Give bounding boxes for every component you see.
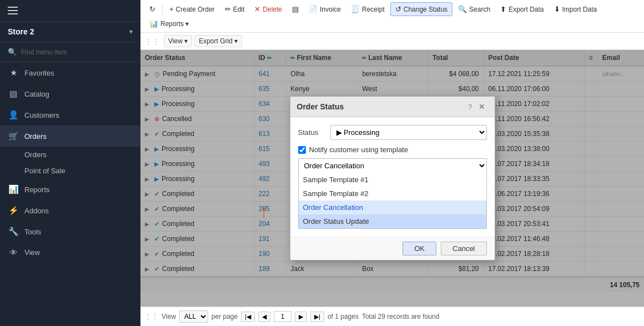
import-data-label: Import Data: [562, 6, 597, 13]
toolbar-row1: ↻ + Create Order ✏ Edit ✕ Delete ▤ 📄 Inv…: [140, 0, 644, 33]
search-label: Search: [469, 6, 490, 13]
sidebar-item-label-catalog: Catalog: [24, 90, 49, 98]
store-selector[interactable]: Store 2 ▾: [0, 22, 140, 42]
favorites-icon: ★: [8, 68, 19, 78]
first-page-button[interactable]: |◀: [241, 312, 255, 322]
hamburger-menu[interactable]: [8, 7, 18, 14]
create-order-button[interactable]: + Create Order: [165, 3, 219, 16]
modal-footer: OK Cancel: [290, 237, 495, 260]
sidebar: Store 2 ▾ 🔍 ★ Favorites ▤ Catalog 👤 Cust…: [0, 0, 140, 326]
refresh-button[interactable]: ↻: [145, 3, 160, 16]
import-data-button[interactable]: ⬇ Import Data: [550, 3, 602, 16]
order-status-modal: ↑ Order Status ? ✕ Status ▶ Processing: [290, 96, 495, 260]
per-page-select[interactable]: ALL: [179, 310, 208, 323]
sidebar-item-favorites[interactable]: ★ Favorites: [0, 62, 140, 83]
view-icon: 👁: [8, 248, 19, 257]
receipt-label: Receipt: [362, 6, 385, 13]
ok-button[interactable]: OK: [402, 242, 436, 255]
modal-title: Order Status: [297, 102, 344, 111]
delete-button[interactable]: ✕ Delete: [250, 3, 286, 16]
receipt-button[interactable]: 🧾 Receipt: [346, 3, 389, 16]
of-pages-text: of 1 pages: [328, 313, 359, 320]
status-form-label: Status: [298, 128, 326, 137]
sidebar-item-addons[interactable]: ⚡ Addons: [0, 200, 140, 221]
cancel-button[interactable]: Cancel: [441, 242, 486, 255]
invoice-label: Invoice: [320, 6, 341, 13]
sidebar-item-catalog[interactable]: ▤ Catalog: [0, 83, 140, 104]
reports-button[interactable]: 📊 Reports ▾: [145, 17, 193, 30]
reports-icon: 📊: [8, 184, 19, 194]
create-order-icon: +: [169, 5, 174, 13]
reports-label: Reports ▾: [160, 20, 189, 28]
menu-search-input[interactable]: [21, 48, 110, 56]
sidebar-item-label-view: View: [24, 248, 40, 257]
sidebar-subitem-orders-label: Orders: [24, 151, 47, 159]
edit-label: Edit: [233, 6, 245, 13]
notify-checkbox[interactable]: [298, 146, 306, 154]
invoice-icon: 📄: [309, 5, 318, 13]
template-item-4[interactable]: Order Status Update: [299, 214, 486, 228]
modal-header-buttons: ? ✕: [468, 101, 487, 112]
change-status-label: Change Status: [404, 6, 447, 13]
print-button[interactable]: ▤: [288, 3, 303, 16]
red-arrow-icon: ↑: [260, 201, 269, 221]
edit-button[interactable]: ✏ Edit: [220, 3, 249, 16]
search-icon: 🔍: [8, 48, 17, 56]
sidebar-item-customers[interactable]: 👤 Customers: [0, 104, 140, 126]
create-order-label: Create Order: [176, 6, 215, 13]
export-grid-button[interactable]: Export Grid ▾: [194, 35, 242, 47]
sidebar-item-label-tools: Tools: [24, 228, 41, 236]
store-chevron-icon: ▾: [129, 28, 133, 36]
search-icon: 🔍: [458, 5, 467, 13]
sidebar-item-tools[interactable]: 🔧 Tools: [0, 221, 140, 242]
sidebar-subitem-orders[interactable]: Orders: [24, 147, 140, 163]
sidebar-item-reports[interactable]: 📊 Reports: [0, 179, 140, 200]
notify-label: Notify customer using template: [309, 146, 408, 154]
change-status-icon: ↺: [395, 5, 401, 13]
modal-overlay: ↑ Order Status ? ✕ Status ▶ Processing: [140, 50, 644, 307]
export-data-label: Export Data: [509, 6, 544, 13]
page-input[interactable]: [274, 311, 291, 322]
template-item-3[interactable]: Order Cancellation: [299, 200, 486, 214]
view-dropdown-button[interactable]: View ▾: [164, 35, 192, 47]
template-select[interactable]: Order Cancellation: [298, 158, 487, 173]
search-button[interactable]: 🔍 Search: [454, 3, 495, 16]
modal-body: Status ▶ Processing Notify customer usin…: [290, 117, 495, 237]
orders-icon: 🛒: [8, 131, 19, 141]
per-page-label: View: [162, 313, 176, 320]
drag-handle-pagination: ⋮⋮: [145, 313, 158, 320]
export-data-button[interactable]: ⬆ Export Data: [496, 3, 548, 16]
modal-help-button[interactable]: ?: [468, 103, 472, 111]
menu-search[interactable]: 🔍: [0, 42, 140, 62]
sidebar-item-view[interactable]: 👁 View: [0, 242, 140, 263]
status-form-row: Status ▶ Processing: [298, 125, 487, 140]
receipt-icon: 🧾: [351, 5, 360, 13]
prev-page-button[interactable]: ◀: [258, 312, 270, 322]
template-dropdown-container: Order Cancellation Sample Template #1 Sa…: [298, 158, 487, 229]
sidebar-item-orders[interactable]: 🛒 Orders: [0, 126, 140, 147]
modal-close-button[interactable]: ✕: [476, 101, 488, 112]
template-item-1[interactable]: Sample Template #1: [299, 173, 486, 187]
edit-icon: ✏: [225, 5, 231, 13]
change-status-button[interactable]: ↺ Change Status: [390, 2, 452, 16]
template-item-2[interactable]: Sample Template #2: [299, 187, 486, 200]
pagination-bar: ⋮⋮ View ALL per page |◀ ◀ ▶ ▶| of 1 page…: [140, 307, 644, 326]
status-select[interactable]: ▶ Processing: [330, 125, 487, 140]
tools-icon: 🔧: [8, 227, 19, 237]
sidebar-item-label-customers: Customers: [24, 111, 59, 119]
delete-icon: ✕: [254, 5, 260, 13]
invoice-button[interactable]: 📄 Invoice: [304, 3, 345, 16]
next-page-button[interactable]: ▶: [295, 312, 307, 322]
sidebar-item-label-favorites: Favorites: [24, 69, 54, 77]
grid-area: Order Status ID ✏ ✏ First Name ✏ Last Na…: [140, 50, 644, 307]
print-icon: ▤: [292, 5, 299, 13]
addons-icon: ⚡: [8, 205, 19, 215]
sidebar-header: [0, 0, 140, 22]
sidebar-subitem-point-of-sale[interactable]: Point of Sale: [24, 163, 140, 179]
view-dropdown-label: View ▾: [168, 37, 188, 45]
export-data-icon: ⬆: [500, 5, 506, 13]
export-grid-label: Export Grid ▾: [199, 37, 238, 45]
import-data-icon: ⬇: [554, 5, 560, 13]
last-page-button[interactable]: ▶|: [310, 312, 324, 322]
sidebar-subitem-pos-label: Point of Sale: [24, 167, 66, 175]
